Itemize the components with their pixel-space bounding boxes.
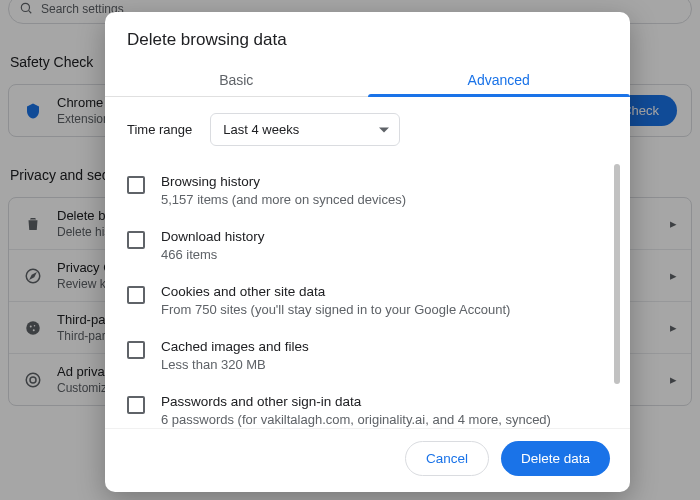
time-range-row: Time range Last 4 weeks [127,113,622,146]
option-download-history: Download history 466 items [127,219,610,274]
delete-browsing-data-dialog: Delete browsing data Basic Advanced Time… [105,12,630,492]
cancel-button[interactable]: Cancel [405,441,489,476]
time-range-label: Time range [127,122,192,137]
checkbox-download-history[interactable] [127,231,145,249]
option-sub: From 750 sites (you'll stay signed in to… [161,302,610,317]
dialog-tabs: Basic Advanced [105,64,630,97]
option-cached-images: Cached images and files Less than 320 MB [127,329,610,384]
dialog-title: Delete browsing data [105,12,630,64]
delete-data-button[interactable]: Delete data [501,441,610,476]
checkbox-passwords[interactable] [127,396,145,414]
time-range-select[interactable]: Last 4 weeks [210,113,400,146]
scrollbar-thumb[interactable] [614,164,620,384]
time-range-value: Last 4 weeks [223,122,299,137]
chevron-down-icon [379,127,389,132]
option-passwords: Passwords and other sign-in data 6 passw… [127,384,610,428]
option-title: Download history [161,229,610,244]
option-sub: 6 passwords (for vakiltalagh.com, origin… [161,412,610,427]
checkbox-browsing-history[interactable] [127,176,145,194]
tab-advanced[interactable]: Advanced [368,64,631,96]
options-scroll-area: Browsing history 5,157 items (and more o… [127,164,622,428]
option-cookies: Cookies and other site data From 750 sit… [127,274,610,329]
option-browsing-history: Browsing history 5,157 items (and more o… [127,164,610,219]
scrollbar[interactable] [612,164,622,428]
option-title: Cached images and files [161,339,610,354]
tab-basic[interactable]: Basic [105,64,368,96]
option-sub: 466 items [161,247,610,262]
option-sub: 5,157 items (and more on synced devices) [161,192,610,207]
option-title: Passwords and other sign-in data [161,394,610,409]
checkbox-cookies[interactable] [127,286,145,304]
option-sub: Less than 320 MB [161,357,610,372]
option-title: Browsing history [161,174,610,189]
option-title: Cookies and other site data [161,284,610,299]
checkbox-cached-images[interactable] [127,341,145,359]
dialog-body: Time range Last 4 weeks Browsing history… [105,97,630,428]
dialog-footer: Cancel Delete data [105,428,630,492]
